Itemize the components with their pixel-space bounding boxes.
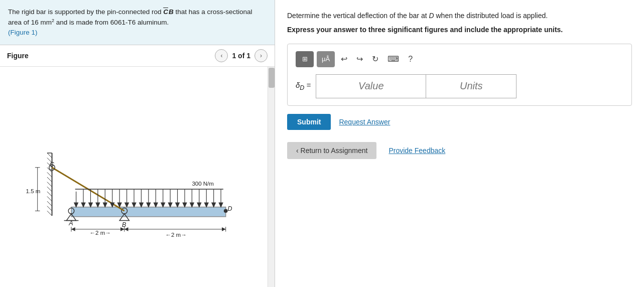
svg-marker-85 <box>222 227 226 231</box>
figure-header: Figure ‹ 1 of 1 › <box>0 45 275 67</box>
submit-button[interactable]: Submit <box>287 114 331 130</box>
svg-marker-35 <box>96 203 100 207</box>
area-value: mm2 <box>41 19 55 26</box>
svg-marker-45 <box>132 203 136 207</box>
scrollbar-track[interactable] <box>268 67 275 287</box>
svg-marker-31 <box>81 203 85 207</box>
undo-button[interactable]: ↩ <box>338 52 350 66</box>
svg-line-12 <box>47 201 52 206</box>
action-row: Submit Request Answer <box>287 114 632 130</box>
svg-line-10 <box>47 191 52 196</box>
svg-line-5 <box>47 167 52 172</box>
svg-marker-33 <box>88 203 92 207</box>
svg-text:300 N/m: 300 N/m <box>192 181 214 187</box>
toolbar: ⊞ μÅ ↩ ↪ ↻ ⌨ ? <box>296 51 623 67</box>
svg-marker-57 <box>175 203 179 207</box>
svg-marker-61 <box>190 203 194 207</box>
figure-content: C A B D <box>0 67 275 287</box>
svg-text:C: C <box>49 161 54 168</box>
problem-text-1: The rigid bar is supported by the pin-co… <box>8 8 163 16</box>
figure-nav: ‹ 1 of 1 › <box>215 49 268 62</box>
svg-text:D: D <box>227 205 232 212</box>
return-to-assignment-button[interactable]: ‹ Return to Assignment <box>287 142 376 159</box>
svg-line-2 <box>47 153 52 158</box>
svg-line-14 <box>47 211 52 216</box>
svg-marker-67 <box>211 203 215 207</box>
svg-text:B: B <box>121 221 125 228</box>
svg-point-21 <box>223 209 227 213</box>
svg-marker-49 <box>147 203 151 207</box>
svg-marker-37 <box>103 203 107 207</box>
units-input[interactable] <box>426 74 517 98</box>
value-input[interactable] <box>316 74 426 98</box>
next-figure-button[interactable]: › <box>254 49 268 62</box>
svg-rect-15 <box>71 207 226 216</box>
svg-line-11 <box>47 196 52 201</box>
keyboard-button[interactable]: ⌨ <box>384 52 402 66</box>
svg-line-7 <box>47 177 52 182</box>
figure-label: Figure <box>7 52 29 60</box>
svg-line-13 <box>47 206 52 211</box>
figure-canvas: C A B D <box>0 67 268 287</box>
svg-marker-51 <box>154 203 158 207</box>
svg-marker-43 <box>124 203 128 207</box>
svg-marker-65 <box>204 203 208 207</box>
request-answer-link[interactable]: Request Answer <box>339 118 390 126</box>
svg-marker-47 <box>139 203 143 207</box>
help-button[interactable]: ? <box>405 53 416 66</box>
svg-line-9 <box>47 187 52 192</box>
problem-description: The rigid bar is supported by the pin-co… <box>0 0 275 45</box>
answer-box: ⊞ μÅ ↩ ↪ ↻ ⌨ ? δD = <box>287 44 632 106</box>
refresh-button[interactable]: ↻ <box>369 52 381 66</box>
left-panel: The rigid bar is supported by the pin-co… <box>0 0 275 287</box>
matrix-button[interactable]: ⊞ <box>296 51 314 67</box>
svg-marker-53 <box>161 203 165 207</box>
svg-text:←2 m→: ←2 m→ <box>165 232 186 238</box>
units-button[interactable]: μÅ <box>317 51 335 67</box>
svg-line-8 <box>47 182 52 187</box>
scrollbar-thumb[interactable] <box>269 68 275 88</box>
question-line1: Determine the vertical deflection of the… <box>287 10 632 21</box>
redo-button[interactable]: ↪ <box>353 52 366 66</box>
svg-text:←2 m→: ←2 m→ <box>89 230 110 236</box>
question-text: Determine the vertical deflection of the… <box>287 10 632 36</box>
figure-diagram: C A B D <box>14 114 254 240</box>
svg-line-6 <box>47 172 52 177</box>
svg-text:A: A <box>68 220 73 227</box>
problem-text-3: and is made from 6061-T6 aluminum. <box>54 19 169 26</box>
svg-marker-59 <box>183 203 187 207</box>
svg-marker-69 <box>219 203 223 207</box>
bottom-row: ‹ Return to Assignment Provide Feedback <box>287 142 632 159</box>
svg-marker-79 <box>71 227 75 231</box>
svg-text:1.5 m: 1.5 m <box>26 188 40 194</box>
figure-page: 1 of 1 <box>232 52 250 60</box>
rod-label: C <box>163 8 169 16</box>
svg-marker-29 <box>74 203 78 207</box>
rod-label-2: B <box>169 8 174 16</box>
svg-marker-55 <box>168 203 172 207</box>
svg-marker-63 <box>197 203 201 207</box>
figure-link[interactable]: (Figure 1) <box>8 29 38 36</box>
right-panel: Determine the vertical deflection of the… <box>275 0 644 287</box>
delta-label: δD = <box>296 81 311 91</box>
provide-feedback-link[interactable]: Provide Feedback <box>389 147 445 155</box>
point-d-italic: D <box>429 12 434 20</box>
input-row: δD = <box>296 74 623 98</box>
question-line2: Express your answer to three significant… <box>287 24 632 35</box>
prev-figure-button[interactable]: ‹ <box>215 49 228 62</box>
